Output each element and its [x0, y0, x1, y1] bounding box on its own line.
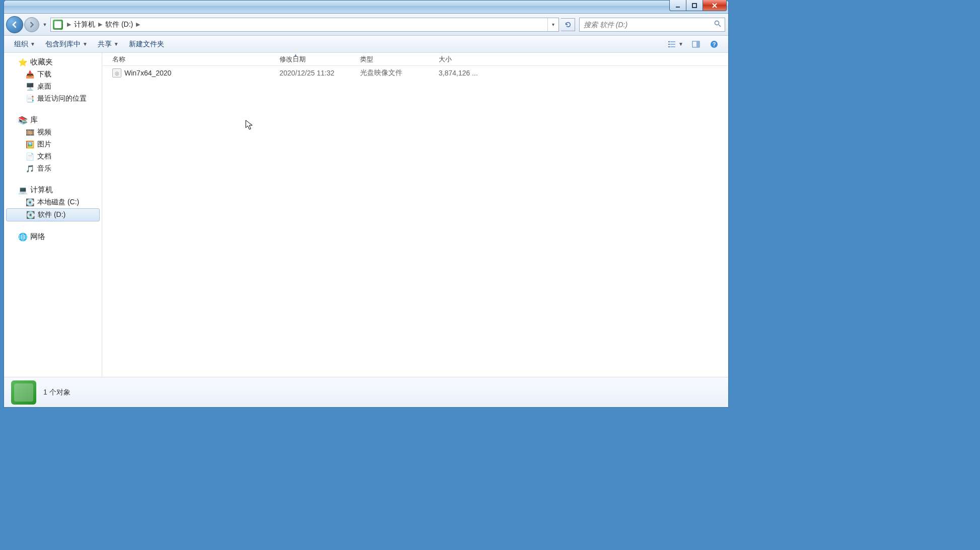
details-pane: 1 个对象 [4, 377, 728, 407]
history-dropdown[interactable]: ▼ [41, 22, 48, 27]
sidebar-item-desktop[interactable]: 🖥️ 桌面 [4, 81, 102, 93]
preview-pane-icon [690, 39, 702, 50]
drive-icon: 💽 [25, 198, 34, 206]
svg-rect-4 [670, 41, 675, 42]
sidebar-item-downloads[interactable]: 📥 下载 [4, 68, 102, 81]
column-type[interactable]: 类型 [354, 53, 433, 65]
search-box[interactable] [579, 18, 725, 32]
column-size[interactable]: 大小 [433, 53, 488, 65]
sidebar-item-pictures[interactable]: 🖼️ 图片 [4, 138, 102, 150]
sidebar-item-videos[interactable]: 🎞️ 视频 [4, 126, 102, 138]
svg-point-2 [715, 21, 719, 25]
address-bar[interactable]: ▶ 计算机 ▶ 软件 (D:) ▶ ▾ [50, 18, 559, 32]
sidebar-item-label: 音乐 [37, 164, 51, 173]
svg-rect-5 [668, 44, 670, 45]
organize-button[interactable]: 组织 ▼ [10, 38, 39, 51]
sidebar-item-label: 本地磁盘 (C:) [37, 198, 79, 207]
star-icon: ⭐ [18, 58, 27, 66]
column-headers: ▲ 名称 修改日期 类型 大小 [102, 53, 728, 66]
sidebar-item-label: 软件 (D:) [38, 210, 65, 219]
file-row[interactable]: ◎ Win7x64_2020 2020/12/25 11:32 光盘映像文件 3… [102, 66, 728, 80]
help-button[interactable]: ? [706, 37, 722, 51]
sidebar-item-label: 下载 [37, 70, 51, 79]
svg-rect-0 [676, 7, 680, 8]
computer-label: 计算机 [30, 185, 53, 195]
sidebar-computer-header[interactable]: 💻 计算机 [4, 184, 102, 196]
preview-pane-button[interactable] [688, 37, 704, 51]
file-size: 3,874,126 ... [433, 69, 488, 77]
svg-text:?: ? [713, 41, 716, 47]
document-icon: 📄 [25, 152, 34, 161]
chevron-down-icon: ▼ [83, 41, 88, 47]
download-icon: 📥 [25, 70, 34, 78]
file-list-area[interactable]: ▲ 名称 修改日期 类型 大小 ◎ Win7x64_2020 2020/12/2… [102, 53, 728, 377]
video-icon: 🎞️ [25, 128, 34, 136]
svg-rect-6 [670, 44, 675, 45]
include-in-library-button[interactable]: 包含到库中 ▼ [41, 38, 92, 51]
sidebar-item-documents[interactable]: 📄 文档 [4, 150, 102, 163]
library-icon: 📚 [18, 116, 27, 124]
explorer-window: ▼ ▶ 计算机 ▶ 软件 (D:) ▶ ▾ 组织 ▼ 包含到库中 ▼ [4, 0, 729, 408]
maximize-button[interactable] [686, 0, 703, 11]
help-icon: ? [709, 39, 720, 50]
include-label: 包含到库中 [45, 40, 81, 49]
svg-rect-1 [692, 4, 696, 8]
chevron-right-icon: ▶ [98, 21, 102, 28]
address-dropdown[interactable]: ▾ [547, 18, 558, 31]
sidebar-item-drive-c[interactable]: 💽 本地磁盘 (C:) [4, 196, 102, 208]
toolbar: 组织 ▼ 包含到库中 ▼ 共享 ▼ 新建文件夹 ▼ ? [4, 36, 728, 53]
sidebar-item-label: 最近访问的位置 [37, 94, 87, 103]
file-type: 光盘映像文件 [354, 68, 433, 77]
chevron-down-icon: ▼ [678, 41, 683, 47]
title-bar[interactable] [4, 1, 728, 14]
sidebar-network-header[interactable]: 🌐 网络 [4, 230, 102, 243]
sidebar-item-drive-d[interactable]: 💽 软件 (D:) [6, 208, 100, 221]
column-date[interactable]: 修改日期 [273, 53, 354, 65]
new-folder-button[interactable]: 新建文件夹 [125, 38, 168, 51]
chevron-right-icon: ▶ [136, 21, 140, 28]
column-label: 名称 [112, 55, 125, 64]
svg-rect-8 [670, 46, 675, 47]
refresh-button[interactable] [561, 18, 575, 31]
share-label: 共享 [98, 40, 112, 49]
list-view-icon [666, 39, 677, 50]
drive-large-icon [11, 380, 36, 405]
column-label: 修改日期 [279, 55, 306, 64]
network-label: 网络 [30, 232, 45, 242]
search-input[interactable] [580, 21, 725, 29]
forward-button[interactable] [24, 17, 39, 32]
sidebar-item-label: 图片 [37, 140, 51, 149]
status-text: 1 个对象 [43, 388, 71, 397]
svg-rect-3 [668, 41, 670, 42]
picture-icon: 🖼️ [25, 140, 34, 148]
navigation-pane[interactable]: ⭐ 收藏夹 📥 下载 🖥️ 桌面 📑 最近访问的位置 📚 [4, 53, 102, 377]
file-icon: ◎ [112, 68, 121, 77]
sidebar-item-recent[interactable]: 📑 最近访问的位置 [4, 93, 102, 105]
file-name: Win7x64_2020 [124, 69, 171, 77]
back-button[interactable] [6, 16, 23, 33]
favorites-label: 收藏夹 [30, 57, 53, 67]
desktop-icon: 🖥️ [25, 83, 34, 91]
column-label: 大小 [439, 55, 452, 64]
sidebar-item-music[interactable]: 🎵 音乐 [4, 163, 102, 175]
drive-icon: 💽 [26, 211, 35, 219]
view-options-button[interactable]: ▼ [664, 37, 686, 51]
organize-label: 组织 [14, 40, 28, 49]
sidebar-libraries-header[interactable]: 📚 库 [4, 114, 102, 126]
breadcrumb-segment[interactable]: 计算机 [73, 20, 96, 29]
music-icon: 🎵 [25, 165, 34, 173]
minimize-button[interactable] [669, 0, 686, 11]
computer-icon: 💻 [18, 186, 27, 194]
svg-rect-7 [668, 46, 670, 47]
breadcrumb-segment[interactable]: 软件 (D:) [104, 20, 134, 29]
sidebar-favorites-header[interactable]: ⭐ 收藏夹 [4, 56, 102, 68]
share-button[interactable]: 共享 ▼ [94, 38, 123, 51]
network-icon: 🌐 [18, 233, 27, 241]
column-label: 类型 [360, 55, 373, 64]
nav-bar: ▼ ▶ 计算机 ▶ 软件 (D:) ▶ ▾ [4, 14, 728, 36]
chevron-down-icon: ▼ [114, 41, 119, 47]
search-icon [714, 20, 722, 30]
drive-icon [53, 20, 63, 30]
column-name[interactable]: 名称 [102, 53, 273, 65]
close-button[interactable] [703, 0, 727, 11]
